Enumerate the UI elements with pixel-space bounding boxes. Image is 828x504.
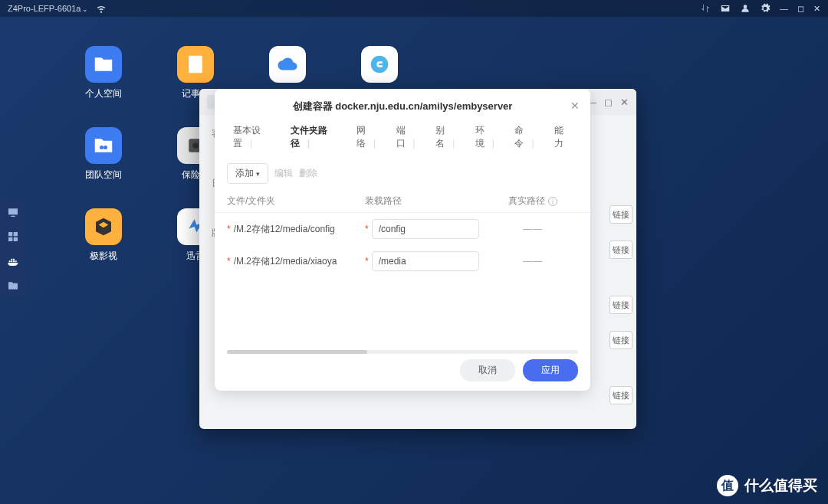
win-max-icon[interactable]: ◻ — [797, 4, 804, 14]
table-header: 文件/文件夹 装载路径 真实路径i — [215, 190, 590, 213]
docker-window: ‹ › docker — ◻ ✕ 容器 日 版本 链接 链接 链接 链接 链接 … — [199, 89, 636, 429]
svg-point-0 — [371, 56, 389, 74]
scrollbar[interactable] — [227, 350, 578, 354]
transfer-icon[interactable] — [700, 3, 711, 14]
link-button[interactable]: 链接 — [610, 205, 632, 224]
svg-point-2 — [104, 146, 107, 149]
watermark-icon: 值 — [717, 475, 738, 496]
tab-basic[interactable]: 基本设置 — [227, 121, 284, 153]
modal-tabs: 基本设置 文件夹路径 网络 端口 别名 环境 命令 能力 — [215, 121, 590, 154]
dock — [0, 199, 26, 299]
cancel-button[interactable]: 取消 — [460, 359, 515, 381]
gear-icon[interactable] — [760, 3, 770, 14]
table-row[interactable]: */M.2存储12/media/xiaoya * —— — [215, 245, 590, 277]
dock-files-icon[interactable] — [6, 279, 20, 293]
mail-icon[interactable] — [720, 3, 731, 14]
topbar: Z4Pro-LEFP-6601a⌄ — ◻ ✕ — [0, 0, 828, 17]
tab-volumes[interactable]: 文件夹路径 — [284, 121, 350, 153]
tab-alias[interactable]: 别名 — [429, 121, 469, 153]
win-max-icon[interactable]: ◻ — [604, 97, 613, 108]
dock-docker-icon[interactable] — [6, 254, 20, 268]
svg-point-4 — [192, 142, 199, 149]
link-button[interactable]: 链接 — [610, 386, 632, 404]
mount-input[interactable] — [372, 251, 479, 271]
dock-apps-icon[interactable] — [6, 230, 20, 244]
link-button[interactable]: 链接 — [610, 331, 632, 349]
win-close-icon[interactable]: ✕ — [620, 97, 629, 108]
host-label[interactable]: Z4Pro-LEFP-6601a⌄ — [8, 4, 88, 13]
wifi-icon — [96, 3, 107, 14]
tab-cap[interactable]: 能力 — [548, 121, 578, 153]
app-team-space[interactable]: 团队空间 — [58, 127, 150, 208]
create-container-modal: 创建容器 docker.nju.edu.cn/amilys/embyserver… — [215, 89, 590, 391]
close-icon[interactable]: ✕ — [570, 100, 580, 112]
table-row[interactable]: */M.2存储12/media/config * —— — [215, 213, 590, 245]
svg-point-1 — [100, 146, 104, 149]
info-icon[interactable]: i — [548, 197, 557, 206]
win-min-icon[interactable]: — — [780, 4, 788, 13]
tab-network[interactable]: 网络 — [350, 121, 390, 153]
link-button[interactable]: 链接 — [610, 296, 632, 314]
mount-input[interactable] — [372, 219, 479, 239]
win-close-icon[interactable]: ✕ — [813, 4, 820, 14]
add-button[interactable]: 添加▾ — [227, 163, 268, 184]
apply-button[interactable]: 应用 — [523, 359, 578, 381]
tab-ports[interactable]: 端口 — [390, 121, 430, 153]
delete-button[interactable]: 删除 — [299, 167, 317, 180]
watermark: 值 什么值得买 — [717, 475, 817, 496]
tab-env[interactable]: 环境 — [469, 121, 509, 153]
dock-desktop-icon[interactable] — [6, 205, 20, 219]
tab-cmd[interactable]: 命令 — [508, 121, 548, 153]
link-button[interactable]: 链接 — [610, 241, 632, 259]
user-icon[interactable] — [740, 3, 751, 14]
app-personal-space[interactable]: 个人空间 — [58, 46, 150, 127]
app-video[interactable]: 极影视 — [58, 208, 150, 290]
edit-button[interactable]: 编辑 — [274, 167, 293, 180]
modal-title: 创建容器 docker.nju.edu.cn/amilys/embyserver — [227, 100, 578, 113]
